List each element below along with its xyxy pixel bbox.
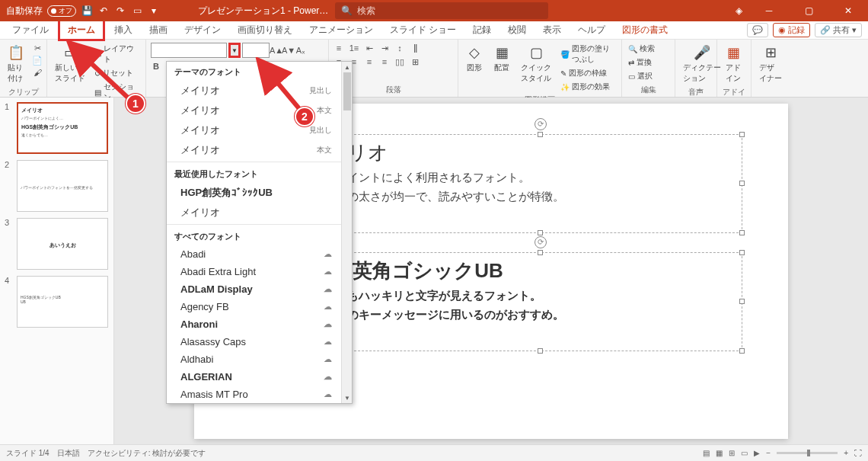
slideshow-view-icon[interactable]: ▶ — [754, 449, 760, 457]
cut-icon[interactable]: ✂ — [32, 43, 43, 53]
fit-window-icon[interactable]: ⛶ — [854, 449, 862, 457]
zoom-in-icon[interactable]: + — [844, 449, 848, 457]
thumbnail-1[interactable]: 1 メイリオパワーポイントによく…HGS創英角ゴシックUB遠くからでも… — [5, 102, 109, 154]
font-option[interactable]: メイリオ見出し — [167, 120, 341, 140]
scroll-down-icon[interactable]: ▼ — [342, 392, 353, 403]
tab-design[interactable]: デザイン — [177, 21, 228, 39]
font-option[interactable]: Agency FB☁ — [167, 298, 341, 315]
grow-font-icon[interactable]: A▲ — [271, 45, 282, 56]
font-option[interactable]: ADLaM Display☁ — [167, 280, 341, 298]
font-option[interactable]: Aldhabi☁ — [167, 351, 341, 368]
tab-review[interactable]: 校閲 — [500, 21, 534, 39]
font-size-input[interactable] — [242, 43, 270, 58]
number-icon[interactable]: 1≡ — [349, 43, 359, 53]
bold-icon[interactable]: B — [151, 61, 161, 72]
replace-button[interactable]: ⇄ 置換 — [627, 56, 656, 69]
thumbnail-3[interactable]: 3 あいうえお — [5, 218, 109, 270]
zoom-out-icon[interactable]: − — [766, 449, 771, 457]
thumbnail-4[interactable]: 4 HGS創英角ゴシックUBUB — [5, 276, 109, 328]
rotate-handle-icon[interactable]: ⟳ — [535, 236, 547, 248]
thumbnail-2[interactable]: 2 パワーポイントのフォントを一括変更する — [5, 160, 109, 212]
indent-inc-icon[interactable]: ⇥ — [379, 43, 390, 53]
line-spacing-icon[interactable]: ↕ — [394, 43, 405, 53]
copy-icon[interactable]: 📄 — [32, 55, 43, 66]
reading-view-icon[interactable]: ▭ — [741, 449, 748, 457]
undo-icon[interactable]: ↶ — [97, 5, 110, 17]
tab-home[interactable]: ホーム — [58, 19, 105, 41]
textbox-1-line1[interactable]: イントによく利用されるフォント。 — [340, 168, 742, 187]
columns-icon[interactable]: ▯▯ — [394, 56, 405, 67]
justify-icon[interactable]: ≡ — [379, 56, 390, 67]
text-direction-icon[interactable]: ǁ — [410, 43, 420, 53]
close-button[interactable]: ✕ — [833, 0, 863, 21]
save-icon[interactable]: 💾 — [81, 5, 93, 17]
textbox-1[interactable]: ⟳ リオ イントによく利用されるフォント。 の太さが均一で、読みやすいことが特徴… — [339, 134, 742, 233]
minimize-button[interactable]: ─ — [754, 0, 784, 21]
font-option[interactable]: HGP創英角ｺﾞｼｯｸUB — [167, 183, 341, 203]
font-option[interactable]: メイリオ本文 — [167, 101, 341, 120]
font-option[interactable]: ALGERIAN☁ — [167, 368, 341, 386]
tab-slideshow[interactable]: スライド ショー — [382, 21, 464, 39]
textbox-1-heading[interactable]: リオ — [340, 135, 742, 168]
addin-button[interactable]: ▦アド イン — [722, 43, 745, 85]
textbox-2-line2[interactable]: のキーメッセージに用いるのがおすすめ。 — [340, 305, 742, 325]
layout-button[interactable]: ▭ レイアウト — [93, 43, 141, 66]
indent-dec-icon[interactable]: ⇤ — [364, 43, 375, 53]
new-slide-button[interactable]: ▭新しい スライド — [52, 43, 88, 85]
diamond-icon[interactable]: ◈ — [732, 5, 745, 17]
scroll-up-icon[interactable]: ▲ — [342, 62, 353, 72]
tab-help[interactable]: ヘルプ — [570, 21, 613, 39]
shrink-font-icon[interactable]: A▼ — [283, 45, 294, 56]
notes-view-icon[interactable]: ▤ — [703, 449, 710, 457]
textbox-2[interactable]: ⟳ |英角ゴシックUB もハッキリと文字が見えるフォント。 のキーメッセージに用… — [339, 252, 742, 351]
quickstyle-button[interactable]: ▢クイック スタイル — [518, 43, 554, 85]
format-painter-icon[interactable]: 🖌 — [32, 67, 43, 78]
smartart-icon[interactable]: ⊞ — [410, 56, 420, 67]
shape-fill-button[interactable]: 🪣 図形の塗りつぶし — [559, 43, 617, 66]
normal-view-icon[interactable]: ▦ — [716, 449, 723, 457]
redo-icon[interactable]: ↷ — [114, 5, 126, 17]
bullet-icon[interactable]: ≡ — [333, 43, 344, 53]
rotate-handle-icon[interactable]: ⟳ — [535, 118, 547, 130]
start-slideshow-icon[interactable]: ▭ — [131, 5, 143, 17]
tab-insert[interactable]: 挿入 — [107, 21, 140, 39]
select-button[interactable]: ▭ 選択 — [627, 70, 656, 82]
font-option[interactable]: メイリオ — [167, 203, 341, 222]
designer-button[interactable]: ⊞デザ イナー — [756, 43, 785, 85]
scroll-thumb[interactable] — [343, 72, 351, 110]
shapes-button[interactable]: ◇図形 — [463, 43, 486, 75]
search-box[interactable]: 🔍 検索 — [335, 2, 548, 19]
more-icon[interactable]: ▾ — [148, 5, 160, 17]
zoom-slider[interactable] — [777, 452, 838, 454]
reset-button[interactable]: ↺ リセット — [93, 67, 141, 79]
font-dropdown-menu[interactable]: テーマのフォント メイリオ見出しメイリオ本文メイリオ見出しメイリオ本文 最近使用… — [166, 61, 353, 404]
font-option[interactable]: Alasassy Caps☁ — [167, 333, 341, 351]
font-option[interactable]: メイリオ本文 — [167, 140, 341, 160]
clear-format-icon[interactable]: Aₓ — [295, 45, 306, 56]
font-name-input[interactable] — [151, 43, 227, 58]
tab-shape-format[interactable]: 図形の書式 — [614, 21, 675, 39]
tab-view[interactable]: 表示 — [535, 21, 569, 39]
font-option[interactable]: Aharoni☁ — [167, 315, 341, 333]
tab-record[interactable]: 記録 — [465, 21, 499, 39]
record-button[interactable]: ◉ 記録 — [773, 23, 810, 37]
maximize-button[interactable]: ▢ — [793, 0, 824, 21]
textbox-1-line2[interactable]: の太さが均一で、読みやすいことが特徴。 — [340, 187, 742, 206]
thumbnail-pane[interactable]: 1 メイリオパワーポイントによく…HGS創英角ゴシックUB遠くからでも… 2 パ… — [0, 98, 114, 444]
textbox-2-line1[interactable]: もハッキリと文字が見えるフォント。 — [340, 286, 742, 306]
share-button[interactable]: 🔗 共有 ▾ — [815, 23, 862, 37]
tab-animations[interactable]: アニメーション — [302, 21, 381, 39]
paste-button[interactable]: 📋貼り付け — [5, 43, 27, 85]
font-dropdown-scrollbar[interactable]: ▲ ▼ — [341, 62, 352, 403]
autosave-toggle[interactable]: オフ — [47, 5, 76, 17]
find-button[interactable]: 🔍 検索 — [627, 43, 656, 55]
comments-button[interactable]: 💬 — [747, 23, 768, 37]
font-option[interactable]: メイリオ見出し — [167, 81, 341, 101]
tab-draw[interactable]: 描画 — [142, 21, 175, 39]
font-option[interactable]: Amasis MT Pro☁ — [167, 386, 341, 403]
font-option[interactable]: Abadi Extra Light☁ — [167, 263, 341, 280]
textbox-2-heading[interactable]: |英角ゴシックUB — [340, 253, 742, 286]
tab-file[interactable]: ファイル — [5, 21, 56, 39]
align-right-icon[interactable]: ≡ — [364, 56, 375, 67]
font-dropdown-button[interactable]: ▼ — [228, 43, 241, 58]
